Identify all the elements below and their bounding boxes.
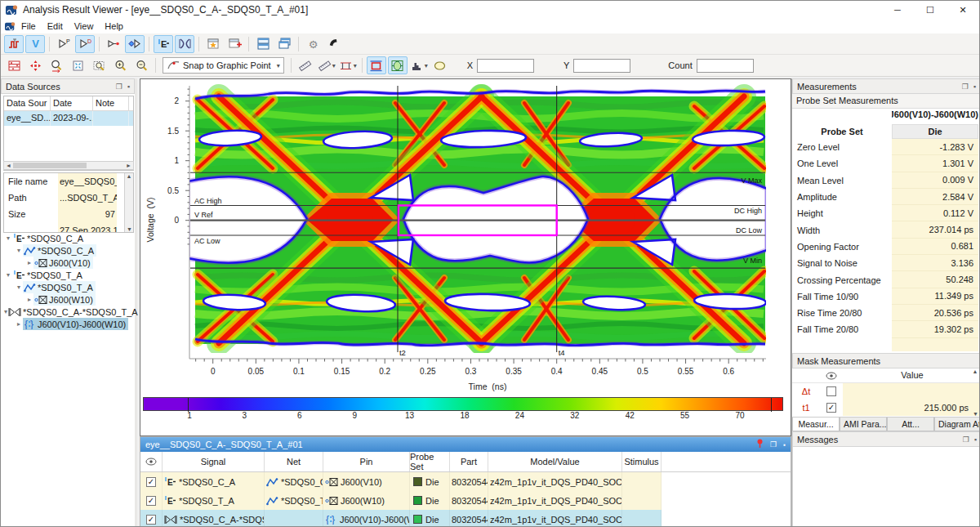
chevron-down-icon[interactable]: ▾ bbox=[4, 234, 12, 242]
zoom-out-button[interactable] bbox=[131, 56, 151, 74]
chevron-right-icon[interactable]: ▸ bbox=[25, 259, 33, 266]
eye-mask-button[interactable] bbox=[388, 56, 408, 74]
panel-menu-icon[interactable]: ▪ bbox=[127, 83, 130, 91]
tree-item[interactable]: ▾*SDQS0_T_A bbox=[1, 281, 137, 293]
checkbox[interactable] bbox=[826, 386, 836, 396]
close-button[interactable]: ✕ bbox=[947, 1, 979, 19]
caliper-options-button[interactable]: ▾ bbox=[338, 56, 358, 74]
voltage-view-button[interactable]: V bbox=[25, 35, 45, 53]
tree-item[interactable]: ▸J600(W10) bbox=[1, 293, 137, 306]
checkbox[interactable]: ✓ bbox=[146, 496, 156, 506]
row-filler bbox=[662, 472, 791, 491]
float-icon[interactable]: ❐ bbox=[963, 435, 969, 444]
column-header-signal[interactable]: Signal bbox=[163, 452, 265, 471]
panel-menu-icon[interactable]: ▪ bbox=[973, 83, 976, 91]
probe-power-button[interactable]: P bbox=[54, 35, 74, 53]
cascade-windows-button[interactable] bbox=[274, 35, 294, 53]
count-input[interactable] bbox=[697, 59, 754, 73]
chevron-right-icon[interactable]: ▸ bbox=[15, 320, 23, 328]
float-icon[interactable]: ❐ bbox=[962, 83, 969, 91]
y-coordinate-input[interactable] bbox=[573, 59, 630, 73]
column-header-modelvalue[interactable]: Model/Value bbox=[488, 452, 622, 471]
tree-item[interactable]: ▾E*SDQS0_T_A bbox=[1, 269, 137, 281]
expand-view-button[interactable] bbox=[68, 56, 87, 74]
mask-test-button[interactable] bbox=[367, 56, 386, 74]
tree-item[interactable]: ▾E*SDQS0_C_A bbox=[1, 232, 137, 244]
maximize-button[interactable]: ☐ bbox=[914, 1, 947, 19]
eye-contour-button[interactable] bbox=[175, 35, 194, 53]
probe-point-button[interactable] bbox=[104, 35, 123, 53]
scrollbar-thumb[interactable] bbox=[13, 163, 87, 168]
data-source-row[interactable]: eye__SD...2023-09-... bbox=[4, 111, 133, 126]
add-window-button[interactable] bbox=[225, 35, 244, 53]
eye-diagram-button[interactable]: E bbox=[154, 35, 173, 53]
vertical-scrollbar[interactable]: ▲▼ bbox=[124, 173, 133, 232]
minimize-button[interactable]: ─ bbox=[881, 1, 914, 19]
eye-diagram-plot[interactable]: .arm-g{stroke:#3ed81e;stroke-width:30;op… bbox=[140, 79, 791, 435]
checkbox[interactable]: ✓ bbox=[146, 515, 156, 525]
fit-all-button[interactable] bbox=[25, 56, 45, 74]
new-favorite-window-button[interactable] bbox=[203, 35, 223, 53]
ds-column-datasour[interactable]: Data Sour bbox=[4, 96, 51, 110]
column-header-net[interactable]: Net bbox=[265, 452, 323, 471]
svg-text:E: E bbox=[16, 271, 22, 280]
reference-label: V Min bbox=[743, 257, 762, 265]
probe-diamond-button[interactable] bbox=[125, 35, 145, 53]
chevron-down-icon[interactable]: ▾ bbox=[15, 284, 23, 291]
tree-item[interactable]: ▸{}J600(V10)-J600(W10) bbox=[1, 318, 137, 330]
ds-column-date[interactable]: Date bbox=[51, 96, 93, 110]
tree-item[interactable]: ▸J600(V10) bbox=[1, 257, 137, 269]
column-header-part[interactable]: Part bbox=[450, 452, 488, 471]
checkbox[interactable]: ✓ bbox=[146, 477, 156, 487]
tab-amipara[interactable]: AMI Para... bbox=[840, 418, 887, 431]
settings-gear-button[interactable]: ⚙ bbox=[303, 35, 323, 53]
tab-diagramatt[interactable]: Diagram Att... bbox=[934, 418, 980, 431]
tab-att[interactable]: Att... bbox=[887, 418, 934, 431]
chevron-down-icon[interactable]: ▾ bbox=[15, 247, 23, 254]
column-header-pin[interactable]: Pin bbox=[323, 452, 410, 471]
signal-table-titlebar[interactable]: eye__SDQS0_C_A-_SDQS0_T_A_#01 ❐ ▪ bbox=[140, 437, 791, 452]
x-tick-label: 0.45 bbox=[592, 367, 608, 376]
x-coordinate-input[interactable] bbox=[477, 59, 534, 73]
panel-menu-icon[interactable]: ▪ bbox=[783, 441, 786, 449]
signal-row[interactable]: ✓E*SDQS0_T_A*SDQS0_T_AJ600(W10)Die803205… bbox=[140, 491, 791, 510]
pin-icon[interactable] bbox=[756, 439, 764, 450]
menu-view[interactable]: View bbox=[69, 20, 100, 33]
histogram-options-button[interactable]: ▾ bbox=[409, 56, 429, 74]
horizontal-scrollbar[interactable]: ◄ ► bbox=[3, 161, 134, 170]
ellipse-fit-button[interactable] bbox=[430, 56, 450, 74]
panel-menu-icon[interactable]: ▪ bbox=[974, 435, 977, 444]
float-icon[interactable]: ❐ bbox=[770, 440, 777, 449]
column-header-probeset[interactable]: Probe Set bbox=[410, 452, 450, 471]
ds-cell-name: eye__SD... bbox=[4, 111, 51, 126]
tree-item[interactable]: ▾*SDQS0_C_A-*SDQS0_T_A bbox=[1, 306, 137, 318]
menu-file[interactable]: File bbox=[16, 20, 42, 33]
ds-column-note[interactable]: Note bbox=[93, 96, 129, 110]
column-header-stimulus[interactable]: Stimulus bbox=[622, 452, 662, 471]
zoom-in-button[interactable] bbox=[110, 56, 130, 74]
tile-windows-button[interactable] bbox=[253, 35, 273, 53]
scroll-left-icon[interactable]: ◄ bbox=[4, 163, 13, 168]
zoom-select-button[interactable] bbox=[47, 56, 66, 74]
ruler-options-button[interactable]: ▾ bbox=[317, 56, 336, 74]
chevron-down-icon[interactable]: ▾ bbox=[4, 271, 12, 279]
scroll-right-icon[interactable]: ► bbox=[124, 163, 133, 168]
tree-item[interactable]: ▾*SDQS0_C_A bbox=[1, 244, 137, 257]
checkbox[interactable]: ✓ bbox=[826, 403, 836, 413]
zoom-region-button[interactable] bbox=[89, 56, 109, 74]
float-icon[interactable]: ❐ bbox=[116, 83, 122, 91]
ruler-measure-button[interactable] bbox=[296, 56, 315, 74]
mask-row-value bbox=[843, 383, 980, 400]
menu-help[interactable]: Help bbox=[99, 20, 129, 33]
chevron-right-icon[interactable]: ▸ bbox=[25, 296, 33, 303]
vertical-scrollbar[interactable]: ▲▼ bbox=[970, 368, 980, 417]
probe-differential-button[interactable]: D bbox=[75, 35, 95, 53]
contact-phone-button[interactable] bbox=[324, 35, 344, 53]
tab-measur[interactable]: Measur... bbox=[792, 418, 840, 431]
arrange-grid-button[interactable] bbox=[4, 56, 24, 74]
signal-row[interactable]: ✓*SDQS0_C_A-*SDQS0_T_A{}J600(V10)-J600(W… bbox=[140, 510, 791, 527]
snap-mode-select[interactable]: Snap to Graphic Point▾ bbox=[163, 57, 284, 74]
signal-row[interactable]: ✓E*SDQS0_C_A*SDQS0_C_AJ600(V10)Die803205… bbox=[140, 472, 791, 491]
menu-edit[interactable]: Edit bbox=[42, 20, 69, 33]
digital-waveform-button[interactable] bbox=[4, 35, 24, 53]
